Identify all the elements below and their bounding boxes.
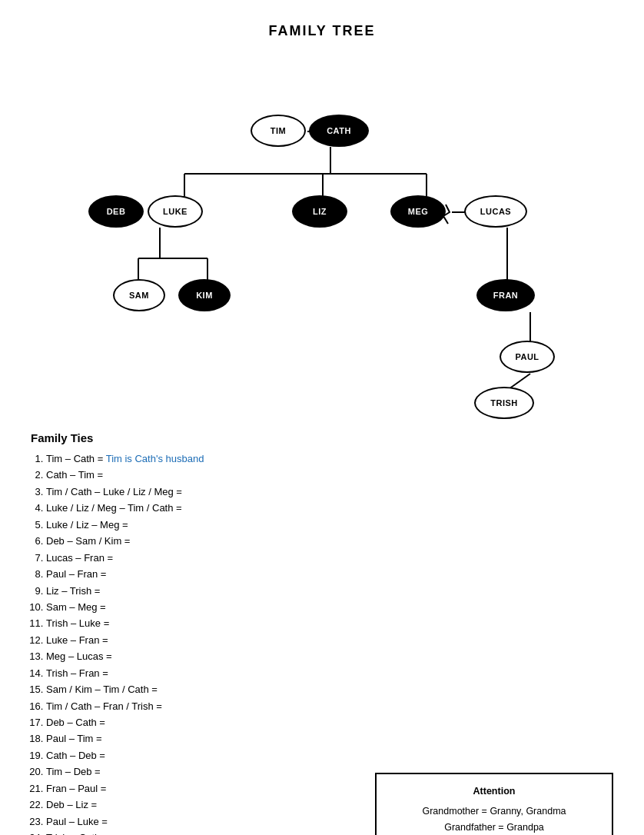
item-text: Deb – Cath =	[46, 717, 105, 728]
item-text: Sam – Meg =	[46, 601, 106, 613]
item-text: Deb – Liz =	[46, 799, 97, 810]
item-text: Lucas – Fran =	[46, 552, 113, 564]
item-text: Fran – Paul =	[46, 783, 106, 794]
list-item: Paul – Fran =	[46, 566, 613, 582]
item-text: Luke / Liz / Meg – Tim / Cath =	[46, 502, 182, 514]
family-tree: TIM CATH DEB LUKE LIZ MEG LUCAS SAM KIM …	[31, 55, 613, 424]
person-deb: DEB	[88, 195, 144, 228]
person-lucas: LUCAS	[464, 195, 527, 228]
item-text: Luke – Fran =	[46, 634, 108, 646]
item-text: Paul – Luke =	[46, 816, 108, 827]
item-text: Tim – Cath =	[46, 453, 106, 464]
family-ties-heading: Family Ties	[31, 431, 613, 444]
page-title: FAMILY TREE	[31, 23, 613, 39]
attention-box: Attention Grandmother = Granny, Grandma …	[375, 773, 613, 835]
attention-title: Attention	[392, 783, 596, 800]
item-text: Sam / Kim – Tim / Cath =	[46, 684, 158, 695]
item-text: Trish – Cath =	[46, 832, 109, 835]
list-item: Tim / Cath – Fran / Trish =	[46, 698, 613, 714]
person-meg: MEG	[390, 195, 446, 228]
list-item: Liz – Trish =	[46, 583, 613, 599]
attention-line-1: Grandmother = Granny, Grandma	[392, 803, 596, 820]
list-item: Trish – Luke =	[46, 615, 613, 631]
list-item: Trish – Fran =	[46, 665, 613, 681]
item-text: Cath – Deb =	[46, 750, 105, 761]
item-text: Trish – Luke =	[46, 617, 109, 629]
item-text: Deb – Sam / Kim =	[46, 535, 130, 547]
list-item: Sam / Kim – Tim / Cath =	[46, 681, 613, 697]
item-text: Tim / Cath – Fran / Trish =	[46, 700, 162, 712]
list-item: Tim – Cath = Tim is Cath's husband	[46, 451, 613, 467]
item-text: Luke / Liz – Meg =	[46, 519, 128, 531]
person-luke: LUKE	[148, 195, 203, 228]
list-item: Luke – Fran =	[46, 632, 613, 648]
person-cath: CATH	[309, 115, 369, 147]
person-sam: SAM	[113, 279, 165, 311]
list-item: Deb – Cath =	[46, 714, 613, 730]
item-text: Paul – Tim =	[46, 733, 102, 744]
item-text: Trish – Fran =	[46, 667, 108, 679]
item-text: Cath – Tim =	[46, 469, 103, 481]
list-item: Cath – Deb =	[46, 747, 613, 763]
list-item: Sam – Meg =	[46, 599, 613, 615]
item-text: Paul – Fran =	[46, 568, 106, 580]
attention-line-2: Grandfather = Grandpa	[392, 820, 596, 835]
list-item: Luke / Liz / Meg – Tim / Cath =	[46, 500, 613, 516]
item-highlight: Tim is Cath's husband	[106, 453, 204, 464]
item-text: Meg – Lucas =	[46, 650, 112, 662]
person-tim: TIM	[251, 115, 306, 147]
list-item: Cath – Tim =	[46, 467, 613, 483]
list-item: Tim / Cath – Luke / Liz / Meg =	[46, 484, 613, 500]
person-fran: FRAN	[476, 279, 535, 311]
person-liz: LIZ	[292, 195, 347, 228]
item-text: Liz – Trish =	[46, 585, 100, 597]
person-trish: TRISH	[474, 387, 534, 419]
person-kim: KIM	[178, 279, 231, 311]
list-item: Paul – Tim =	[46, 730, 613, 747]
item-text: Tim / Cath – Luke / Liz / Meg =	[46, 486, 182, 497]
list-item: Luke / Liz – Meg =	[46, 517, 613, 533]
list-item: Meg – Lucas =	[46, 648, 613, 664]
list-item: Lucas – Fran =	[46, 550, 613, 566]
bottom-section: Family Ties Tim – Cath = Tim is Cath's h…	[31, 431, 613, 835]
item-text: Tim – Deb =	[46, 766, 101, 777]
list-item: Deb – Sam / Kim =	[46, 533, 613, 549]
person-paul: PAUL	[500, 341, 555, 373]
